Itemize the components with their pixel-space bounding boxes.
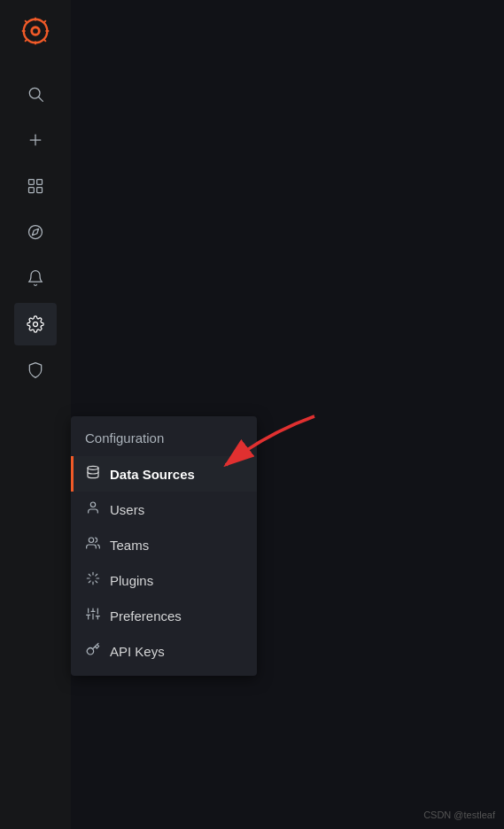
sidebar-create-button[interactable] [14,119,57,161]
config-menu-users[interactable]: Users [71,492,257,527]
plugin-icon [85,571,101,589]
sidebar [0,0,71,829]
sidebar-explore-button[interactable] [14,211,57,253]
sidebar-dashboards-button[interactable] [14,165,57,207]
sliders-icon [85,607,101,624]
config-menu-teams[interactable]: Teams [71,527,257,562]
configuration-panel-title: Configuration [71,423,257,456]
svg-point-21 [34,322,38,327]
svg-rect-18 [37,188,43,193]
key-icon [85,642,101,660]
sidebar-search-button[interactable] [14,73,57,115]
database-icon [85,465,101,483]
config-menu-data-sources-label: Data Sources [110,467,195,482]
main-content [71,0,504,829]
config-menu-api-keys[interactable]: API Keys [71,633,257,669]
config-menu-teams-label: Teams [110,538,149,553]
config-menu-preferences-label: Preferences [110,608,182,624]
sidebar-server-admin-button[interactable] [14,349,57,391]
config-menu-api-keys-label: API Keys [110,644,165,659]
svg-rect-16 [37,180,43,185]
svg-point-24 [89,538,93,542]
config-menu-preferences[interactable]: Preferences [71,598,257,633]
svg-rect-17 [29,188,35,193]
svg-line-8 [43,20,46,23]
config-menu-plugins[interactable]: Plugins [71,562,257,598]
watermark: CSDN @testleaf [423,810,495,820]
svg-rect-15 [29,180,35,185]
teams-icon [85,536,101,554]
svg-line-12 [39,97,43,102]
svg-point-23 [90,502,95,507]
user-icon [85,500,101,518]
svg-point-11 [29,88,40,98]
svg-line-6 [43,39,46,42]
configuration-panel: Configuration Data Sources Users [71,416,257,676]
svg-line-7 [25,39,27,42]
config-menu-users-label: Users [110,502,144,517]
config-menu-data-sources[interactable]: Data Sources [71,456,257,492]
svg-point-10 [33,28,38,34]
grafana-logo[interactable] [13,9,58,53]
svg-point-19 [29,226,43,239]
config-menu-plugins-label: Plugins [110,573,153,588]
svg-line-5 [25,20,27,23]
svg-marker-20 [32,229,38,235]
sidebar-alerting-button[interactable] [14,257,57,299]
sidebar-configuration-button[interactable] [14,303,57,345]
svg-point-22 [88,466,98,469]
